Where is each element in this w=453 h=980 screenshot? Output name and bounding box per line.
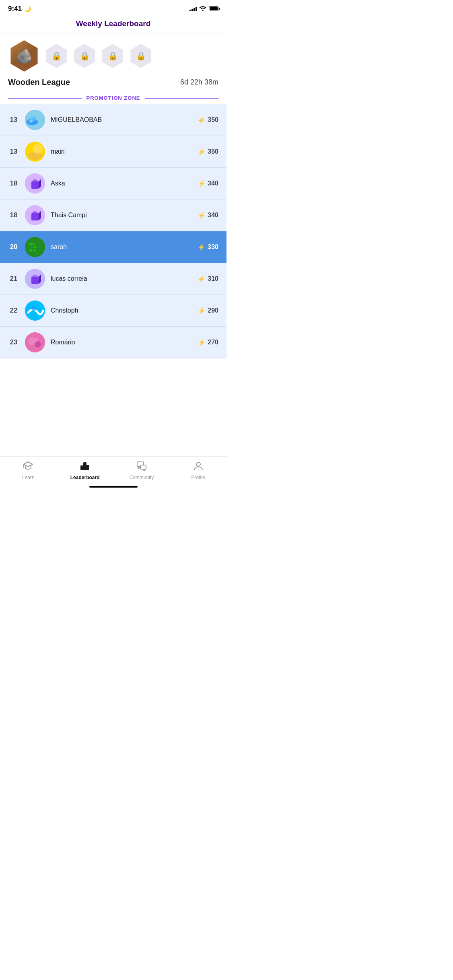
xp-container: ⚡ 340 (198, 180, 218, 187)
locked-badge-4: 🔒 (129, 44, 153, 68)
xp-container: ⚡ 310 (198, 275, 218, 283)
bolt-icon: ⚡ (198, 116, 206, 124)
league-timer: 6d 22h 38m (180, 78, 218, 86)
xp-container: ⚡ 270 (198, 339, 218, 346)
league-name: Wooden League (8, 78, 70, 87)
user-name: Romário (51, 339, 192, 346)
user-name: sarah (51, 243, 192, 251)
xp-value: 330 (208, 243, 218, 251)
user-name: Thais Campi (51, 212, 192, 219)
xp-value: 350 (208, 116, 218, 124)
svg-rect-31 (86, 465, 89, 470)
nav-item-community[interactable]: Community (113, 461, 170, 480)
bolt-icon: ⚡ (198, 148, 206, 156)
bolt-icon: ⚡ (198, 339, 206, 346)
rank-number: 20 (8, 243, 19, 251)
svg-point-27 (35, 341, 41, 348)
svg-rect-20 (31, 277, 39, 284)
table-row[interactable]: 13 MIGUELBAOBAB ⚡ 350 (0, 104, 226, 136)
bolt-icon: ⚡ (198, 243, 206, 251)
bolt-icon: ⚡ (198, 307, 206, 315)
signal-icon (189, 6, 197, 11)
avatar (25, 269, 45, 289)
locked-badge-3: 🔒 (101, 44, 125, 68)
xp-value: 350 (208, 148, 218, 155)
avatar: 0101 1010 0110 (25, 237, 45, 257)
avatar (25, 301, 45, 321)
bolt-icon: ⚡ (198, 180, 206, 187)
table-row[interactable]: 13 mairi ⚡ 350 (0, 136, 226, 168)
nav-item-leaderboard[interactable]: Leaderboard (57, 461, 113, 480)
leaderboard-icon (80, 461, 90, 474)
xp-value: 310 (208, 275, 218, 282)
nav-item-learn[interactable]: Learn (0, 461, 57, 480)
svg-point-28 (34, 337, 39, 342)
table-row[interactable]: 21 lucas correia ⚡ 310 (0, 263, 226, 295)
table-row[interactable]: 23 Romário ⚡ 270 (0, 327, 226, 358)
league-section: 🪨 🔒 🔒 🔒 🔒 Wooden League 6d 22h 38m (0, 33, 226, 92)
xp-container: ⚡ 350 (198, 116, 218, 124)
svg-rect-33 (140, 465, 146, 469)
bolt-icon: ⚡ (198, 275, 206, 283)
promotion-line-right (145, 98, 218, 99)
table-row[interactable]: 20 0101 1010 0110 sarah ⚡ 330 (0, 231, 226, 263)
locked-badge-2: 🔒 (72, 44, 97, 68)
page-title: Weekly Leaderboard (8, 19, 218, 28)
wooden-league-icon: 🪨 (8, 40, 40, 72)
svg-rect-8 (31, 181, 39, 189)
rank-number: 18 (8, 179, 19, 187)
wifi-icon (199, 6, 206, 12)
battery-icon (209, 6, 218, 11)
nav-label-learn: Learn (22, 475, 35, 480)
nav-label-profile: Profile (191, 475, 205, 480)
rank-number: 18 (8, 211, 19, 219)
svg-rect-12 (31, 213, 39, 220)
svg-point-3 (29, 119, 33, 123)
xp-container: ⚡ 350 (198, 148, 218, 156)
xp-value: 270 (208, 339, 218, 346)
avatar (25, 142, 45, 162)
status-bar: 9:41 🌙 (0, 0, 226, 16)
community-icon (136, 461, 147, 474)
avatar (25, 173, 45, 194)
bottom-nav: Learn Leaderboard Community (0, 456, 226, 490)
rank-number: 21 (8, 275, 19, 283)
svg-text:1010: 1010 (29, 246, 36, 249)
user-name: lucas correia (51, 275, 192, 282)
svg-text:0101: 0101 (29, 243, 36, 246)
svg-point-6 (33, 144, 43, 154)
moon-icon: 🌙 (24, 6, 31, 12)
rank-number: 23 (8, 338, 19, 346)
user-name: Aska (51, 180, 192, 187)
user-name: Christoph (51, 307, 192, 314)
nav-label-leaderboard: Leaderboard (70, 475, 100, 480)
league-info: Wooden League 6d 22h 38m (8, 78, 218, 87)
learn-icon (23, 461, 33, 474)
promotion-line-left (8, 98, 82, 99)
locked-badge-1: 🔒 (44, 44, 68, 68)
bolt-icon: ⚡ (198, 212, 206, 219)
xp-value: 340 (208, 212, 218, 219)
table-row[interactable]: 18 Thais Campi ⚡ 340 (0, 200, 226, 231)
status-icons (189, 6, 218, 12)
league-badges: 🪨 🔒 🔒 🔒 🔒 (8, 40, 218, 72)
active-league-badge: 🪨 (8, 40, 40, 72)
svg-rect-30 (80, 465, 83, 470)
status-time: 9:41 (8, 5, 22, 13)
rank-number: 22 (8, 307, 19, 315)
promotion-zone: PROMOTION ZONE (0, 95, 226, 101)
profile-icon (193, 461, 204, 474)
xp-container: ⚡ 340 (198, 212, 218, 219)
table-row[interactable]: 22 Christoph ⚡ 290 (0, 295, 226, 327)
user-name: mairi (51, 148, 192, 155)
home-indicator (89, 486, 138, 488)
xp-value: 290 (208, 307, 218, 314)
avatar (25, 110, 45, 130)
promotion-label: PROMOTION ZONE (86, 95, 140, 101)
svg-rect-29 (83, 464, 86, 470)
xp-container: ⚡ 330 (198, 243, 218, 251)
table-row[interactable]: 18 Aska ⚡ 340 (0, 168, 226, 200)
rank-number: 13 (8, 116, 19, 124)
nav-item-profile[interactable]: Profile (170, 461, 226, 480)
rank-number: 13 (8, 148, 19, 156)
